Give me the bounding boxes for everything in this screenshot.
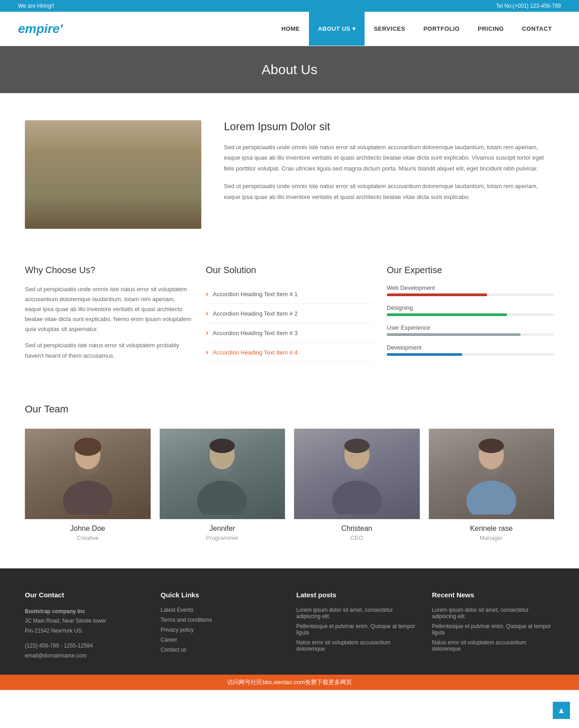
- expertise-column: Our Expertise Web Development Designing …: [387, 265, 554, 367]
- footer: Our Contact Bootstrap company Inc JC Mai…: [0, 568, 579, 675]
- news-3[interactable]: Natus error sit voluptatem accusantium d…: [432, 639, 554, 652]
- skill-dev-bar-bg: [387, 353, 554, 356]
- nav-services-link[interactable]: SERVICES: [365, 12, 414, 46]
- person-silhouette-1: [61, 433, 115, 515]
- nav-contact[interactable]: CONTACT: [513, 12, 561, 46]
- footer-email: email@domainname.com: [25, 651, 147, 661]
- link-terms[interactable]: Terms and conditions: [161, 617, 283, 623]
- nav-pricing[interactable]: PRICING: [469, 12, 513, 46]
- skill-dev-bar: [387, 353, 462, 356]
- chevron-icon-2: ›: [206, 309, 208, 317]
- about-image: [25, 120, 201, 229]
- logo-text: empir: [18, 22, 52, 36]
- team-name-3: Christean: [294, 525, 420, 533]
- page-title: About Us: [16, 62, 563, 77]
- why-heading: Why Choose Us?: [25, 265, 192, 275]
- skill-designing-bar-bg: [387, 313, 554, 316]
- navbar: empire' HOME ABOUT US ▾ SERVICES PORTFOL…: [0, 12, 579, 46]
- nav-about-link[interactable]: ABOUT US ▾: [309, 12, 365, 46]
- about-para2: Sed ut perspiciaatis unde omnis iste nat…: [224, 181, 554, 202]
- footer-address1: JC Main Road, Near Silmile tower: [25, 616, 147, 626]
- accordion-item-3[interactable]: › Accordion Heading Text Item # 3: [206, 323, 373, 343]
- hiring-text: We are Hiring!!: [18, 3, 54, 9]
- person-silhouette-3: [330, 433, 384, 515]
- about-text: Lorem Ipsum Dolor sit Sed ut perspiciaat…: [224, 120, 554, 209]
- skill-designing-label: Designing: [387, 304, 554, 311]
- logo[interactable]: empire': [18, 14, 62, 44]
- team-card-3: Christean CEO: [294, 429, 420, 541]
- footer-phone: (123) 456-789 - 1255-12584: [25, 641, 147, 651]
- team-role-3: CEO: [294, 534, 420, 541]
- skill-dev-label: Development: [387, 344, 554, 351]
- skill-designing: Designing: [387, 304, 554, 316]
- about-heading: Lorem Ipsum Dolor sit: [224, 120, 554, 133]
- nav-about[interactable]: ABOUT US ▾: [309, 12, 365, 46]
- phone-text: Tel No:(+001) 123-456-789: [496, 3, 561, 9]
- svg-point-7: [209, 439, 235, 453]
- accordion-label-3: Accordion Heading Text Item # 3: [213, 330, 298, 336]
- link-contact-us[interactable]: Contact us: [161, 647, 283, 653]
- page-header: About Us: [0, 46, 579, 93]
- footer-links-heading: Quick Links: [161, 591, 283, 599]
- team-heading: Our Team: [25, 403, 554, 415]
- logo-accent: e': [52, 22, 62, 36]
- about-para1: Sed ut perspiciaatis unde omnis iste nat…: [224, 142, 554, 174]
- skill-ux-bar: [387, 333, 521, 336]
- about-section: Lorem Ipsum Dolor sit Sed ut perspiciaat…: [0, 93, 579, 256]
- footer-posts-heading: Latest posts: [296, 591, 418, 599]
- person-silhouette-4: [464, 433, 518, 515]
- svg-point-15: [479, 439, 504, 453]
- nav-portfolio-link[interactable]: PORTFOLIO: [414, 12, 469, 46]
- svg-point-9: [332, 481, 382, 515]
- skill-dev: Development: [387, 344, 554, 356]
- footer-address2: Pin-21542 NewYork US.: [25, 626, 147, 636]
- nav-home[interactable]: HOME: [272, 12, 309, 46]
- team-section: Our Team Johne Doe Creative: [0, 394, 579, 568]
- footer-company: Bootstrap company Inc: [25, 607, 147, 617]
- team-role-2: Programmer: [160, 534, 285, 541]
- team-name-2: Jennifer: [160, 525, 285, 533]
- post-3[interactable]: Natus error sit voluptatem accusantium d…: [296, 639, 418, 652]
- svg-point-3: [74, 438, 101, 456]
- skill-designing-bar: [387, 313, 507, 316]
- link-career[interactable]: Career: [161, 637, 283, 643]
- nav-services[interactable]: SERVICES: [365, 12, 414, 46]
- post-1[interactable]: Lorem ipsum dolor sit amet, consectetur …: [296, 607, 418, 619]
- three-columns: Why Choose Us? Sed ut perspiciaatis unde…: [0, 256, 579, 394]
- footer-news-col: Recent News Lorem ipsum dolor sit amet, …: [432, 591, 554, 661]
- chevron-icon-1: ›: [206, 290, 208, 298]
- skill-ux: User Experience: [387, 324, 554, 336]
- link-privacy[interactable]: Privacy policy: [161, 627, 283, 633]
- why-column: Why Choose Us? Sed ut perspiciaatis unde…: [25, 265, 192, 367]
- team-photo-1: [25, 429, 151, 519]
- post-2[interactable]: Pellentesque et pulvinar enim. Quisque a…: [296, 623, 418, 636]
- accordion-item-2[interactable]: › Accordion Heading Text Item # 2: [206, 304, 373, 323]
- nav-pricing-link[interactable]: PRICING: [469, 12, 513, 46]
- team-card-1: Johne Doe Creative: [25, 429, 151, 541]
- team-photo-4: [429, 429, 555, 519]
- accordion-label-2: Accordion Heading Text Item # 2: [213, 310, 298, 317]
- nav-portfolio[interactable]: PORTFOLIO: [414, 12, 469, 46]
- news-2[interactable]: Pellentesque et pulvinar enim. Quisque a…: [432, 623, 554, 636]
- team-photo-2: [160, 429, 285, 519]
- team-photo-3: [294, 429, 420, 519]
- nav-home-link[interactable]: HOME: [272, 12, 309, 46]
- nav-contact-link[interactable]: CONTACT: [513, 12, 561, 46]
- skill-web-dev-label: Web Development: [387, 284, 554, 291]
- news-1[interactable]: Lorem ipsum dolor sit amet, consectetur …: [432, 607, 554, 619]
- skill-web-dev-bar: [387, 293, 487, 296]
- team-card-4: Kerinele rase Manager: [429, 429, 555, 541]
- team-name-1: Johne Doe: [25, 525, 151, 533]
- accordion-label-1: Accordion Heading Text Item # 1: [213, 291, 298, 298]
- team-role-1: Creative: [25, 534, 151, 541]
- link-latest-events[interactable]: Latest Events: [161, 607, 283, 613]
- svg-point-13: [466, 481, 516, 515]
- skill-ux-label: User Experience: [387, 324, 554, 331]
- svg-point-5: [197, 481, 247, 515]
- watermark-text: 访问网号社区bbs.xienlao.com免费下载更多网页: [227, 679, 352, 685]
- footer-links-col: Quick Links Latest Events Terms and cond…: [161, 591, 283, 661]
- accordion-item-4[interactable]: › Accordion Heading Text Item # 4: [206, 343, 373, 362]
- accordion-item-1[interactable]: › Accordion Heading Text Item # 1: [206, 284, 373, 304]
- skill-web-dev: Web Development: [387, 284, 554, 296]
- solution-heading: Our Solution: [206, 265, 373, 275]
